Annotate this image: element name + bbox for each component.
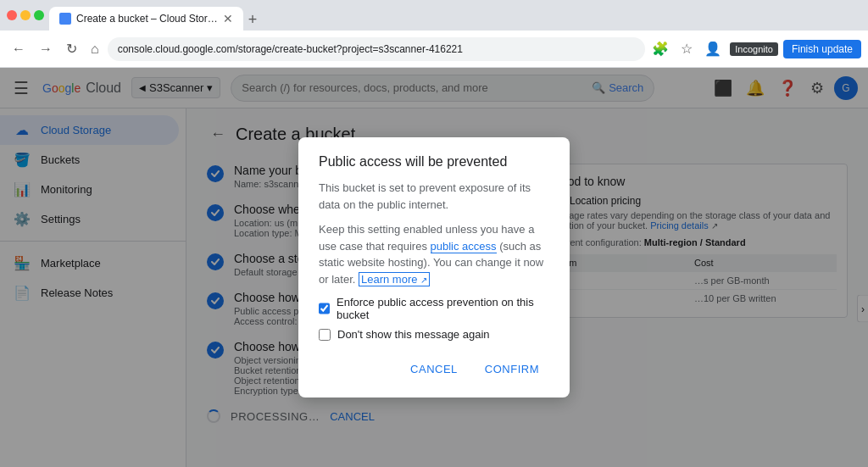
- modal-confirm-button[interactable]: CONFIRM: [475, 358, 549, 381]
- browser-chrome: Create a bucket – Cloud Stor… ✕ +: [0, 0, 868, 31]
- nav-bar: ← → ↻ ⌂ console.cloud.google.com/storage…: [0, 31, 868, 68]
- external-link-icon-2: ↗: [420, 275, 427, 285]
- tab-close-icon[interactable]: ✕: [223, 12, 233, 25]
- tab-favicon: [59, 13, 71, 25]
- modal-actions: CANCEL CONFIRM: [319, 358, 549, 381]
- learn-more-link[interactable]: Learn more ↗: [359, 272, 430, 286]
- checkbox-dont-show: Don't show this message again: [319, 328, 549, 341]
- dont-show-checkbox[interactable]: [319, 329, 331, 341]
- modal-body-text-2: Keep this setting enabled unless you hav…: [319, 221, 549, 287]
- enforce-prevention-checkbox[interactable]: [319, 303, 330, 314]
- address-bar[interactable]: console.cloud.google.com/storage/create-…: [108, 37, 646, 61]
- finish-update-button[interactable]: Finish update: [783, 40, 861, 58]
- nav-actions: 🧩 ☆ 👤 Incognito Finish update: [648, 37, 861, 60]
- dont-show-label: Don't show this message again: [337, 328, 490, 341]
- extensions-icon[interactable]: 🧩: [648, 37, 672, 60]
- profile-icon[interactable]: 👤: [701, 37, 725, 60]
- incognito-badge: Incognito: [730, 42, 778, 56]
- forward-nav-button[interactable]: →: [34, 38, 58, 60]
- checkbox-enforce-prevention: Enforce public access prevention on this…: [319, 296, 549, 321]
- modal-overlay: Public access will be prevented This buc…: [0, 68, 868, 467]
- enforce-prevention-label: Enforce public access prevention on this…: [337, 296, 549, 321]
- modal-title: Public access will be prevented: [319, 154, 549, 170]
- maximize-button[interactable]: [34, 10, 44, 20]
- bookmark-icon[interactable]: ☆: [677, 37, 696, 60]
- public-access-modal: Public access will be prevented This buc…: [298, 137, 570, 398]
- close-button[interactable]: [7, 10, 17, 20]
- address-text: console.cloud.google.com/storage/create-…: [118, 43, 636, 55]
- tab-title: Create a bucket – Cloud Stor…: [76, 13, 218, 25]
- modal-body-text-1: This bucket is set to prevent exposure o…: [319, 180, 549, 213]
- reload-button[interactable]: ↻: [61, 37, 82, 60]
- active-tab[interactable]: Create a bucket – Cloud Stor… ✕: [49, 7, 243, 31]
- minimize-button[interactable]: [20, 10, 31, 20]
- modal-cancel-button[interactable]: CANCEL: [400, 358, 468, 381]
- window-controls: [7, 10, 44, 20]
- tab-bar: Create a bucket – Cloud Stor… ✕ +: [49, 0, 861, 31]
- home-button[interactable]: ⌂: [86, 38, 104, 60]
- back-nav-button[interactable]: ←: [7, 38, 31, 60]
- new-tab-button[interactable]: +: [243, 9, 263, 31]
- public-access-link[interactable]: public access: [431, 240, 497, 253]
